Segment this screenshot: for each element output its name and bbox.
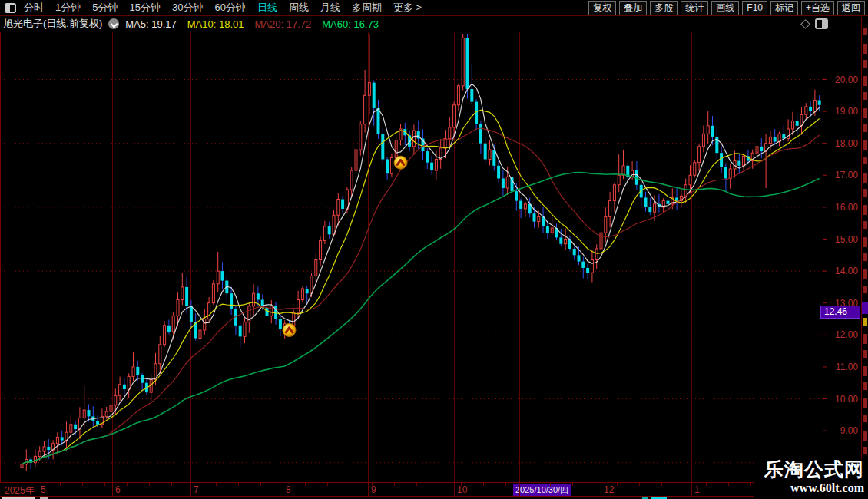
ma-legend-item: MA20: 17.72 <box>255 18 312 30</box>
axis-tick <box>439 483 439 486</box>
axis-month-label: 1 <box>694 484 700 495</box>
stock-title: 旭光电子(日线.前复权) <box>3 17 102 31</box>
axis-month-label: 7 <box>194 484 199 495</box>
toolbar-button-复权[interactable]: 复权 <box>588 1 616 15</box>
cutoff-bottom-row <box>0 496 868 499</box>
axis-tick <box>104 483 105 486</box>
period-tab-分时[interactable]: 分时 <box>24 1 44 15</box>
axis-tick <box>305 483 306 486</box>
axis-tick <box>260 483 261 486</box>
clipped-glyph-fragment <box>863 382 867 390</box>
axis-tick <box>684 483 684 486</box>
clipped-glyph-fragment <box>863 447 867 454</box>
axis-tick <box>394 483 395 486</box>
toolbar-button-叠加[interactable]: 叠加 <box>619 1 647 15</box>
clipped-glyph-fragment <box>863 205 867 215</box>
clipped-glyph-fragment <box>863 415 867 422</box>
clipped-glyph-fragment <box>863 124 867 132</box>
axis-tick <box>661 483 662 486</box>
axis-tick <box>283 483 283 486</box>
period-tab-更多 >[interactable]: 更多 > <box>393 1 422 15</box>
axis-month-divider <box>368 483 369 497</box>
period-tab-1分钟[interactable]: 1分钟 <box>55 1 81 15</box>
toolbar-button-返回[interactable]: 返回 <box>837 1 865 15</box>
axis-tick <box>572 483 573 486</box>
clipped-glyph-fragment <box>863 108 867 118</box>
clipped-glyph-fragment <box>863 60 867 68</box>
panel-toggle-left-icon[interactable] <box>5 3 16 13</box>
axis-tick <box>550 483 551 486</box>
svg-text:12.00: 12.00 <box>835 329 858 340</box>
diamond-icon[interactable] <box>800 19 810 29</box>
clipped-glyph-fragment <box>863 431 867 441</box>
clipped-glyph-fragment <box>863 76 867 86</box>
axis-tick <box>461 483 462 486</box>
svg-text:16.00: 16.00 <box>835 202 858 213</box>
clipped-glyph-fragment <box>863 221 867 229</box>
axis-tick <box>171 483 172 486</box>
buy-signal-marker <box>394 156 407 169</box>
toolbar-button-标记[interactable]: 标记 <box>770 1 798 15</box>
axis-tick <box>416 483 417 486</box>
axis-month-label: 12 <box>604 484 614 495</box>
toolbar-button-多股[interactable]: 多股 <box>650 1 678 15</box>
period-tab-周线[interactable]: 周线 <box>289 1 309 15</box>
info-bar-icons <box>802 18 828 29</box>
axis-month-label: 5 <box>41 484 46 495</box>
period-tab-多周期[interactable]: 多周期 <box>352 1 382 15</box>
period-tab-30分钟[interactable]: 30分钟 <box>172 1 203 15</box>
clipped-glyph-fragment <box>863 140 867 150</box>
axis-tick <box>194 483 194 486</box>
axis-tick <box>505 483 506 486</box>
axis-tick <box>216 483 217 486</box>
buy-signal-marker <box>283 324 296 337</box>
period-tab-日线[interactable]: 日线 <box>257 1 277 15</box>
toolbar-right-buttons: 复权叠加多股统计画线F10标记+自选返回 <box>588 1 865 15</box>
svg-text:10.00: 10.00 <box>835 394 858 405</box>
watermark-title: 乐淘公式网 <box>754 459 864 481</box>
clipped-glyph-fragment <box>863 318 867 326</box>
svg-text:14.00: 14.00 <box>835 266 858 276</box>
clipped-glyph-fragment <box>863 350 867 358</box>
clipped-glyph-fragment <box>863 366 867 376</box>
panel-toggle-right-icon[interactable] <box>815 18 828 29</box>
axis-month-divider <box>190 483 191 497</box>
axis-tick <box>528 483 528 486</box>
period-tab-60分钟[interactable]: 60分钟 <box>214 1 245 15</box>
axis-month-label: 10 <box>457 484 467 495</box>
chart-canvas[interactable]: 20.0019.0018.0017.0016.0015.0014.0013.00… <box>0 32 861 482</box>
clipped-glyph-fragment <box>862 302 868 314</box>
axis-month-divider <box>601 483 601 497</box>
clipped-glyph-fragment <box>863 44 867 54</box>
axis-tick <box>639 483 640 486</box>
axis-tick <box>706 483 707 486</box>
toolbar-button-+自选[interactable]: +自选 <box>801 1 834 15</box>
ma-legend-item: MA5: 19.17 <box>125 18 177 30</box>
axis-tick <box>38 483 38 486</box>
ma-legend-item: MA10: 18.01 <box>187 18 244 30</box>
toolbar-button-画线[interactable]: 画线 <box>711 1 739 15</box>
toolbar-button-F10[interactable]: F10 <box>742 1 767 15</box>
clipped-glyph-fragment <box>863 92 867 100</box>
watermark: 乐淘公式网 www.60lt.com <box>754 459 868 499</box>
svg-text:11.00: 11.00 <box>836 362 858 372</box>
clipped-glyph-fragment <box>863 28 867 35</box>
clipped-right-panel <box>861 17 868 496</box>
period-toolbar: 分时1分钟5分钟15分钟30分钟60分钟日线周线月线多周期更多 > 复权叠加多股… <box>0 0 868 16</box>
svg-text:15.00: 15.00 <box>835 234 858 245</box>
axis-month-label: 9 <box>371 484 376 495</box>
period-tab-15分钟[interactable]: 15分钟 <box>129 1 160 15</box>
clipped-glyph-fragment <box>863 398 867 408</box>
clipped-glyph-fragment <box>863 334 867 344</box>
axis-tick <box>483 483 484 486</box>
clipped-glyph-fragment <box>863 253 867 261</box>
chevron-down-circle-icon[interactable] <box>108 18 119 29</box>
candlestick-chart[interactable]: 20.0019.0018.0017.0016.0015.0014.0013.00… <box>0 32 861 482</box>
svg-text:17.00: 17.00 <box>835 170 858 180</box>
period-tab-5分钟[interactable]: 5分钟 <box>92 1 118 15</box>
period-tab-月线[interactable]: 月线 <box>320 1 340 15</box>
toolbar-button-统计[interactable]: 统计 <box>681 1 708 15</box>
clipped-glyph-fragment <box>863 237 867 247</box>
trading-app-window: 分时1分钟5分钟15分钟30分钟60分钟日线周线月线多周期更多 > 复权叠加多股… <box>0 0 868 499</box>
svg-text:9.00: 9.00 <box>840 425 859 436</box>
